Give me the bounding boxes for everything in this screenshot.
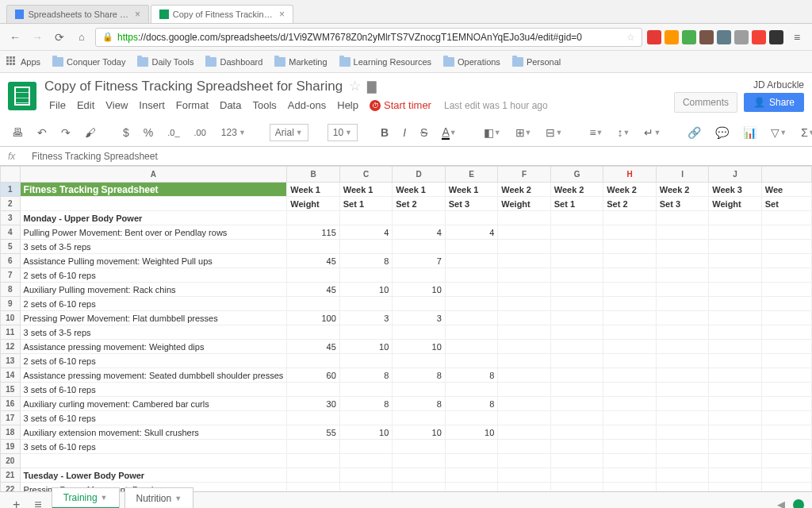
- cell[interactable]: [656, 297, 709, 311]
- cell[interactable]: [656, 240, 709, 254]
- cell[interactable]: [339, 454, 393, 468]
- cell[interactable]: [656, 340, 709, 354]
- cell[interactable]: Week 2: [498, 183, 551, 197]
- cell[interactable]: [761, 268, 811, 283]
- cell[interactable]: Assistance Pulling movement: Weighted Pu…: [20, 254, 287, 268]
- cell[interactable]: [709, 283, 762, 297]
- cell[interactable]: [339, 411, 393, 425]
- doc-title[interactable]: Copy of Fitness Tracking Spreadsheet for…: [44, 79, 343, 94]
- bookmark-item[interactable]: Apps: [6, 56, 40, 67]
- filter-button[interactable]: ▽▼: [767, 123, 791, 142]
- cell[interactable]: [761, 425, 811, 440]
- cell[interactable]: [550, 225, 603, 240]
- strikethrough-button[interactable]: S: [416, 123, 431, 142]
- bold-button[interactable]: B: [377, 123, 393, 142]
- cell[interactable]: [761, 311, 811, 325]
- cell[interactable]: [393, 240, 446, 254]
- cell[interactable]: 3 sets of 3-5 reps: [20, 325, 287, 340]
- cell[interactable]: [550, 454, 603, 468]
- cell[interactable]: Week 1: [287, 183, 340, 197]
- bookmark-item[interactable]: Personal: [512, 57, 561, 67]
- cell[interactable]: [550, 325, 603, 340]
- cell[interactable]: [761, 440, 811, 454]
- cell[interactable]: [709, 311, 762, 325]
- cell[interactable]: Assistance pressing movement: Weighted d…: [20, 340, 287, 354]
- forward-button[interactable]: →: [29, 29, 46, 46]
- insert-comment-button[interactable]: 💬: [711, 123, 733, 142]
- cell[interactable]: 8: [339, 368, 393, 383]
- tab-close-icon[interactable]: ×: [279, 9, 285, 20]
- cell[interactable]: [445, 311, 498, 325]
- cell[interactable]: [603, 240, 657, 254]
- cell[interactable]: 8: [339, 397, 393, 411]
- cell[interactable]: [445, 440, 498, 454]
- extension-icon[interactable]: [647, 30, 661, 44]
- menu-add-ons[interactable]: Add-ons: [283, 97, 331, 114]
- currency-button[interactable]: $: [119, 123, 133, 142]
- row-header[interactable]: 2: [1, 197, 21, 211]
- cell[interactable]: 45: [287, 283, 340, 297]
- tab-close-icon[interactable]: ×: [135, 9, 140, 20]
- cell[interactable]: 10: [393, 425, 446, 440]
- cell[interactable]: [709, 297, 762, 311]
- row-header[interactable]: 4: [1, 225, 21, 240]
- cell[interactable]: [603, 297, 657, 311]
- cell[interactable]: [445, 283, 498, 297]
- row-header[interactable]: 9: [1, 297, 21, 311]
- cell[interactable]: [603, 354, 657, 368]
- extension-icon[interactable]: [752, 30, 766, 44]
- cell[interactable]: [20, 454, 287, 468]
- row-header[interactable]: 15: [1, 383, 21, 397]
- user-name[interactable]: JD Arbuckle: [674, 79, 804, 90]
- cell[interactable]: [339, 240, 393, 254]
- cell[interactable]: 3: [339, 311, 393, 325]
- cell[interactable]: [498, 268, 551, 283]
- cell[interactable]: [603, 425, 657, 440]
- merge-cells-button[interactable]: ⊟▼: [542, 123, 566, 142]
- menu-format[interactable]: Format: [171, 97, 213, 114]
- cell[interactable]: [287, 383, 340, 397]
- cell[interactable]: [287, 297, 340, 311]
- cell[interactable]: [339, 297, 393, 311]
- vertical-align-button[interactable]: ↕▼: [614, 123, 634, 142]
- cell[interactable]: [603, 440, 657, 454]
- cell[interactable]: [656, 311, 709, 325]
- extension-icon[interactable]: [682, 30, 696, 44]
- cell[interactable]: [709, 440, 762, 454]
- row-header[interactable]: 3: [1, 211, 21, 225]
- cell[interactable]: 3 sets of 6-10 reps: [20, 383, 287, 397]
- cell[interactable]: [339, 325, 393, 340]
- cell[interactable]: Monday - Upper Body Power: [20, 211, 287, 225]
- cell[interactable]: 10: [445, 425, 498, 440]
- cell[interactable]: [445, 254, 498, 268]
- cell[interactable]: [761, 240, 811, 254]
- cell[interactable]: [498, 411, 551, 425]
- cell[interactable]: [550, 425, 603, 440]
- cell[interactable]: 55: [287, 425, 340, 440]
- cell[interactable]: [550, 311, 603, 325]
- menu-help[interactable]: Help: [332, 97, 363, 114]
- cell[interactable]: [445, 354, 498, 368]
- cell[interactable]: [498, 425, 551, 440]
- cell[interactable]: Set 2: [603, 197, 657, 211]
- extension-icon[interactable]: [699, 30, 714, 44]
- cell[interactable]: 3 sets of 6-10 reps: [20, 440, 287, 454]
- cell[interactable]: [393, 354, 446, 368]
- cell[interactable]: [656, 268, 709, 283]
- cell[interactable]: 100: [287, 311, 340, 325]
- cell[interactable]: 8: [339, 254, 393, 268]
- column-header[interactable]: H: [603, 167, 657, 183]
- cell[interactable]: 115: [287, 225, 340, 240]
- cell[interactable]: [287, 354, 340, 368]
- cell[interactable]: Set 1: [339, 197, 393, 211]
- cell[interactable]: [339, 354, 393, 368]
- row-header[interactable]: 6: [1, 254, 21, 268]
- menu-insert[interactable]: Insert: [134, 97, 170, 114]
- cell[interactable]: [445, 411, 498, 425]
- extension-icon[interactable]: [717, 30, 731, 44]
- cell[interactable]: Week 1: [445, 183, 498, 197]
- sheet-tab[interactable]: Training ▼: [52, 487, 120, 508]
- row-header[interactable]: 10: [1, 311, 21, 325]
- browser-tab[interactable]: Copy of Fitness Tracking…×: [151, 5, 293, 23]
- cell[interactable]: [445, 211, 498, 225]
